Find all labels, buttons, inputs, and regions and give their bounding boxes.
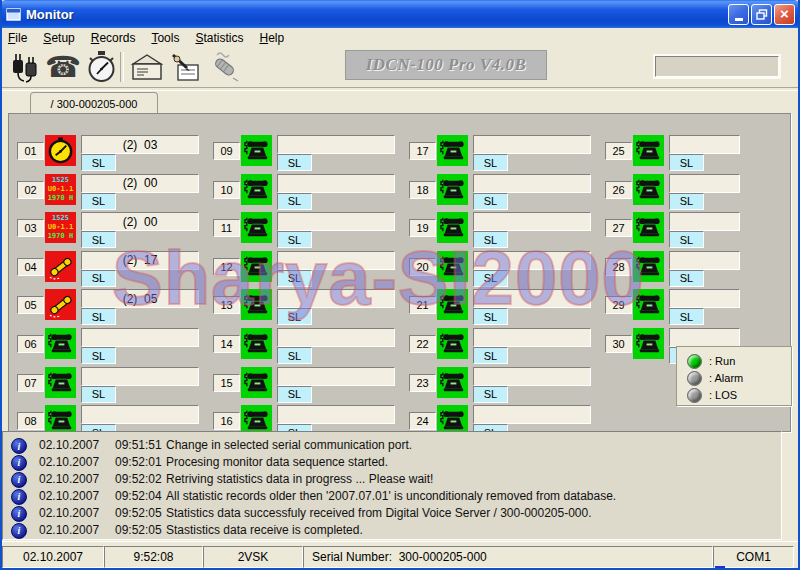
- log-date: 02.10.2007: [39, 455, 99, 469]
- status-serial-number: Serial Number: 300-000205-000: [303, 546, 713, 568]
- channel-number: 28: [605, 258, 632, 276]
- log-time: 09:52:01: [115, 455, 162, 469]
- status-bar: 02.10.2007 9:52:08 2VSK Serial Number: 3…: [0, 541, 800, 570]
- channel-value-field: [277, 367, 395, 386]
- channel-number: 02: [17, 181, 44, 199]
- channel-row[interactable]: 16SL: [213, 404, 409, 432]
- event-log[interactable]: i02.10.200709:51:51Change in selected se…: [2, 431, 782, 540]
- channel-number: 22: [409, 335, 436, 353]
- title-bar: Monitor ×: [0, 0, 800, 28]
- channel-row[interactable]: 14SL: [213, 327, 409, 365]
- channel-value-field: [277, 328, 395, 347]
- channel-row[interactable]: 28SL: [605, 250, 791, 288]
- channel-value-field: [473, 328, 591, 347]
- channel-row[interactable]: 05(2) 05SL: [17, 288, 213, 326]
- run-phone-icon: [633, 212, 664, 243]
- timer-button[interactable]: [82, 49, 120, 85]
- channel-row[interactable]: 17SL: [409, 134, 605, 172]
- channel-sl-field: SL: [277, 308, 312, 325]
- log-time: 09:51:51: [115, 438, 162, 452]
- channel-number: 07: [17, 374, 44, 392]
- records-button[interactable]: [166, 49, 204, 85]
- channel-number: 19: [409, 219, 436, 237]
- channel-row[interactable]: 29SL: [605, 288, 791, 326]
- run-phone-icon: [241, 174, 272, 205]
- log-entry: i02.10.200709:51:51Change in selected se…: [3, 438, 781, 454]
- channel-row[interactable]: 18SL: [409, 173, 605, 211]
- log-entry: i02.10.200709:52:01Procesing monitor dat…: [3, 455, 781, 471]
- channel-row[interactable]: 22SL: [409, 327, 605, 365]
- channel-value-field: [473, 289, 591, 308]
- channel-row[interactable]: 031525U0-1.11970 H(2) 00SL: [17, 211, 213, 249]
- channel-sl-field: SL: [669, 193, 704, 210]
- channel-number: 06: [17, 335, 44, 353]
- tab-serial[interactable]: / 300-000205-000: [30, 92, 158, 114]
- channel-value-field: (2) 17: [81, 251, 199, 270]
- channel-row[interactable]: 20SL: [409, 250, 605, 288]
- restore-button[interactable]: [751, 4, 772, 25]
- channel-row[interactable]: 01(2) 03SL: [17, 134, 213, 172]
- channel-row[interactable]: 08SL: [17, 404, 213, 432]
- channel-row[interactable]: 24SL: [409, 404, 605, 432]
- alarm-clock-icon: [45, 135, 76, 166]
- channel-row[interactable]: 12SL: [213, 250, 409, 288]
- channel-row[interactable]: 15SL: [213, 366, 409, 404]
- menu-item-setup[interactable]: Setup: [35, 30, 82, 46]
- log-entry: i02.10.200709:52:05Stastistics data rece…: [3, 523, 781, 539]
- channel-number: 16: [213, 412, 240, 430]
- channel-number: 27: [605, 219, 632, 237]
- run-phone-icon: [437, 251, 468, 282]
- connect-button[interactable]: [4, 49, 42, 85]
- voice-button[interactable]: [204, 49, 242, 85]
- mail-button[interactable]: [128, 49, 166, 85]
- channel-number: 10: [213, 181, 240, 199]
- channel-number: 15: [213, 374, 240, 392]
- channel-row[interactable]: 25SL: [605, 134, 791, 172]
- channel-row[interactable]: 04(2) 17SL: [17, 250, 213, 288]
- run-phone-icon: [45, 367, 76, 398]
- channel-sl-field: SL: [277, 347, 312, 364]
- window-title: Monitor: [26, 7, 74, 22]
- menu-item-help[interactable]: Help: [251, 30, 292, 46]
- log-message: All statistic records older then '2007.0…: [166, 489, 616, 503]
- channel-value-field: (2) 00: [81, 174, 199, 193]
- channel-value-field: [277, 135, 395, 154]
- channel-row[interactable]: 07SL: [17, 366, 213, 404]
- menu-item-records[interactable]: Records: [83, 30, 144, 46]
- run-phone-icon: [241, 405, 272, 432]
- restore-icon: [756, 9, 768, 20]
- legend-item: : Alarm: [687, 371, 743, 385]
- dial-button[interactable]: ☎: [44, 49, 82, 85]
- channel-number: 23: [409, 374, 436, 392]
- channel-row[interactable]: 10SL: [213, 173, 409, 211]
- channel-row[interactable]: 26SL: [605, 173, 791, 211]
- channel-row[interactable]: 06SL: [17, 327, 213, 365]
- offhook-phone-icon: [45, 289, 76, 320]
- log-time: 09:52:05: [115, 506, 162, 520]
- run-phone-icon: [633, 174, 664, 205]
- channel-row[interactable]: 11SL: [213, 211, 409, 249]
- channel-number: 30: [605, 335, 632, 353]
- log-entry: i02.10.200709:52:05Statistics data succe…: [3, 506, 781, 522]
- close-button[interactable]: ×: [774, 4, 795, 25]
- channel-row[interactable]: 021525U0-1.11970 H(2) 00SL: [17, 173, 213, 211]
- run-phone-icon: [437, 289, 468, 320]
- close-icon: ×: [780, 6, 789, 21]
- channel-row[interactable]: 09SL: [213, 134, 409, 172]
- channel-value-field: [277, 289, 395, 308]
- channel-row[interactable]: 27SL: [605, 211, 791, 249]
- channel-row[interactable]: 19SL: [409, 211, 605, 249]
- menu-item-tools[interactable]: Tools: [143, 30, 187, 46]
- progress-field: [655, 56, 779, 77]
- channel-row[interactable]: 13SL: [213, 288, 409, 326]
- channel-row[interactable]: 23SL: [409, 366, 605, 404]
- channel-number: 04: [17, 258, 44, 276]
- channel-sl-field: SL: [473, 308, 508, 325]
- channel-sl-field: SL: [473, 193, 508, 210]
- channel-row[interactable]: 21SL: [409, 288, 605, 326]
- menu-item-statistics[interactable]: Statistics: [187, 30, 251, 46]
- channel-number: 18: [409, 181, 436, 199]
- channel-value-field: [669, 289, 740, 308]
- minimize-button[interactable]: [728, 4, 749, 25]
- menu-item-file[interactable]: File: [0, 30, 35, 46]
